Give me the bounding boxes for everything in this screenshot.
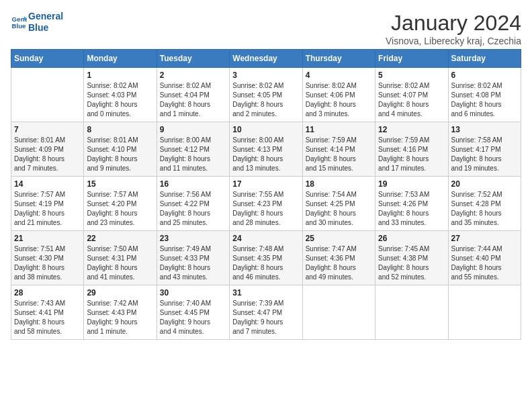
day-number: 13 — [451, 125, 518, 134]
weekday-header-cell: Wednesday — [230, 50, 302, 68]
day-number: 25 — [306, 234, 372, 243]
day-number: 15 — [87, 179, 153, 189]
day-number: 23 — [160, 234, 226, 243]
weekday-header-cell: Thursday — [302, 50, 375, 68]
calendar-day-cell: 20Sunrise: 7:52 AM Sunset: 4:28 PM Dayli… — [448, 177, 521, 231]
day-info: Sunrise: 7:57 AM Sunset: 4:20 PM Dayligh… — [87, 190, 153, 228]
day-info: Sunrise: 7:57 AM Sunset: 4:19 PM Dayligh… — [14, 190, 81, 228]
calendar-day-cell: 29Sunrise: 7:42 AM Sunset: 4:43 PM Dayli… — [84, 285, 157, 340]
day-number: 5 — [378, 71, 445, 80]
day-info: Sunrise: 7:47 AM Sunset: 4:36 PM Dayligh… — [306, 244, 372, 282]
day-info: Sunrise: 8:00 AM Sunset: 4:13 PM Dayligh… — [232, 136, 299, 173]
logo-text-line2: Blue — [28, 22, 63, 34]
day-number: 7 — [14, 125, 81, 134]
day-number: 24 — [232, 234, 299, 243]
day-info: Sunrise: 7:39 AM Sunset: 4:47 PM Dayligh… — [232, 299, 299, 336]
day-number: 10 — [232, 125, 299, 134]
day-info: Sunrise: 7:55 AM Sunset: 4:23 PM Dayligh… — [232, 190, 299, 228]
calendar-week-row: 1Sunrise: 8:02 AM Sunset: 4:03 PM Daylig… — [11, 68, 521, 122]
day-info: Sunrise: 7:54 AM Sunset: 4:25 PM Dayligh… — [306, 190, 372, 228]
calendar-day-cell: 22Sunrise: 7:50 AM Sunset: 4:31 PM Dayli… — [84, 231, 157, 285]
calendar-day-cell — [375, 285, 448, 340]
location: Visnova, Liberecky kraj, Czechia — [386, 36, 521, 46]
calendar-day-cell: 5Sunrise: 8:02 AM Sunset: 4:07 PM Daylig… — [375, 68, 448, 122]
calendar-day-cell: 21Sunrise: 7:51 AM Sunset: 4:30 PM Dayli… — [11, 231, 84, 285]
calendar-week-row: 28Sunrise: 7:43 AM Sunset: 4:41 PM Dayli… — [11, 285, 521, 340]
calendar-day-cell: 15Sunrise: 7:57 AM Sunset: 4:20 PM Dayli… — [84, 177, 157, 231]
calendar-day-cell: 30Sunrise: 7:40 AM Sunset: 4:45 PM Dayli… — [157, 285, 229, 340]
day-number: 22 — [87, 234, 153, 243]
calendar-day-cell: 14Sunrise: 7:57 AM Sunset: 4:19 PM Dayli… — [11, 177, 84, 231]
day-number: 17 — [232, 179, 299, 189]
calendar-day-cell — [302, 285, 375, 340]
calendar-day-cell: 7Sunrise: 8:01 AM Sunset: 4:09 PM Daylig… — [11, 122, 84, 177]
day-info: Sunrise: 7:45 AM Sunset: 4:38 PM Dayligh… — [378, 244, 445, 282]
day-info: Sunrise: 7:59 AM Sunset: 4:14 PM Dayligh… — [306, 136, 372, 173]
logo-text-line1: General — [28, 11, 63, 22]
calendar-day-cell: 17Sunrise: 7:55 AM Sunset: 4:23 PM Dayli… — [230, 177, 302, 231]
day-number: 31 — [232, 288, 299, 298]
logo-icon: General Blue — [11, 14, 27, 30]
day-number: 12 — [378, 125, 445, 134]
weekday-header-row: SundayMondayTuesdayWednesdayThursdayFrid… — [11, 50, 521, 68]
day-number: 14 — [14, 179, 81, 189]
calendar-day-cell: 19Sunrise: 7:53 AM Sunset: 4:26 PM Dayli… — [375, 177, 448, 231]
day-info: Sunrise: 7:51 AM Sunset: 4:30 PM Dayligh… — [14, 244, 81, 282]
day-number: 21 — [14, 234, 81, 243]
day-number: 28 — [14, 288, 81, 298]
day-info: Sunrise: 7:49 AM Sunset: 4:33 PM Dayligh… — [160, 244, 226, 282]
calendar-day-cell: 24Sunrise: 7:48 AM Sunset: 4:35 PM Dayli… — [230, 231, 302, 285]
day-info: Sunrise: 7:40 AM Sunset: 4:45 PM Dayligh… — [160, 299, 226, 336]
calendar-day-cell: 3Sunrise: 8:02 AM Sunset: 4:05 PM Daylig… — [230, 68, 302, 122]
calendar-day-cell — [11, 68, 84, 122]
day-number: 19 — [378, 179, 445, 189]
day-number: 3 — [232, 71, 299, 80]
day-info: Sunrise: 8:01 AM Sunset: 4:10 PM Dayligh… — [87, 136, 153, 173]
weekday-header-cell: Saturday — [448, 50, 521, 68]
day-number: 16 — [160, 179, 226, 189]
day-info: Sunrise: 7:44 AM Sunset: 4:40 PM Dayligh… — [451, 244, 518, 282]
calendar-day-cell: 12Sunrise: 7:59 AM Sunset: 4:16 PM Dayli… — [375, 122, 448, 177]
day-info: Sunrise: 7:48 AM Sunset: 4:35 PM Dayligh… — [232, 244, 299, 282]
day-info: Sunrise: 7:43 AM Sunset: 4:41 PM Dayligh… — [14, 299, 81, 336]
day-number: 29 — [87, 288, 153, 298]
calendar-table: SundayMondayTuesdayWednesdayThursdayFrid… — [11, 49, 521, 340]
calendar-day-cell: 4Sunrise: 8:02 AM Sunset: 4:06 PM Daylig… — [302, 68, 375, 122]
calendar-day-cell: 16Sunrise: 7:56 AM Sunset: 4:22 PM Dayli… — [157, 177, 229, 231]
day-number: 9 — [160, 125, 226, 134]
calendar-day-cell: 9Sunrise: 8:00 AM Sunset: 4:12 PM Daylig… — [157, 122, 229, 177]
day-info: Sunrise: 7:52 AM Sunset: 4:28 PM Dayligh… — [451, 190, 518, 228]
day-number: 11 — [306, 125, 372, 134]
page-header: General Blue General Blue January 2024 V… — [11, 11, 521, 46]
calendar-day-cell: 6Sunrise: 8:02 AM Sunset: 4:08 PM Daylig… — [448, 68, 521, 122]
calendar-week-row: 21Sunrise: 7:51 AM Sunset: 4:30 PM Dayli… — [11, 231, 521, 285]
calendar-day-cell: 11Sunrise: 7:59 AM Sunset: 4:14 PM Dayli… — [302, 122, 375, 177]
day-info: Sunrise: 8:02 AM Sunset: 4:07 PM Dayligh… — [378, 81, 445, 119]
calendar-week-row: 14Sunrise: 7:57 AM Sunset: 4:19 PM Dayli… — [11, 177, 521, 231]
day-number: 8 — [87, 125, 153, 134]
title-area: January 2024 Visnova, Liberecky kraj, Cz… — [386, 11, 521, 46]
day-info: Sunrise: 7:42 AM Sunset: 4:43 PM Dayligh… — [87, 299, 153, 336]
calendar-body: 1Sunrise: 8:02 AM Sunset: 4:03 PM Daylig… — [11, 68, 521, 340]
day-number: 18 — [306, 179, 372, 189]
calendar-day-cell: 8Sunrise: 8:01 AM Sunset: 4:10 PM Daylig… — [84, 122, 157, 177]
calendar-day-cell: 10Sunrise: 8:00 AM Sunset: 4:13 PM Dayli… — [230, 122, 302, 177]
day-info: Sunrise: 7:58 AM Sunset: 4:17 PM Dayligh… — [451, 136, 518, 173]
calendar-day-cell: 27Sunrise: 7:44 AM Sunset: 4:40 PM Dayli… — [448, 231, 521, 285]
day-number: 6 — [451, 71, 518, 80]
day-info: Sunrise: 7:59 AM Sunset: 4:16 PM Dayligh… — [378, 136, 445, 173]
day-number: 2 — [160, 71, 226, 80]
svg-text:Blue: Blue — [12, 22, 26, 30]
day-info: Sunrise: 7:50 AM Sunset: 4:31 PM Dayligh… — [87, 244, 153, 282]
calendar-day-cell: 1Sunrise: 8:02 AM Sunset: 4:03 PM Daylig… — [84, 68, 157, 122]
weekday-header-cell: Friday — [375, 50, 448, 68]
day-info: Sunrise: 7:53 AM Sunset: 4:26 PM Dayligh… — [378, 190, 445, 228]
day-info: Sunrise: 7:56 AM Sunset: 4:22 PM Dayligh… — [160, 190, 226, 228]
calendar-day-cell: 18Sunrise: 7:54 AM Sunset: 4:25 PM Dayli… — [302, 177, 375, 231]
day-number: 20 — [451, 179, 518, 189]
day-info: Sunrise: 8:02 AM Sunset: 4:06 PM Dayligh… — [306, 81, 372, 119]
day-number: 4 — [306, 71, 372, 80]
day-number: 27 — [451, 234, 518, 243]
logo: General Blue General Blue — [11, 11, 63, 34]
weekday-header-cell: Tuesday — [157, 50, 229, 68]
